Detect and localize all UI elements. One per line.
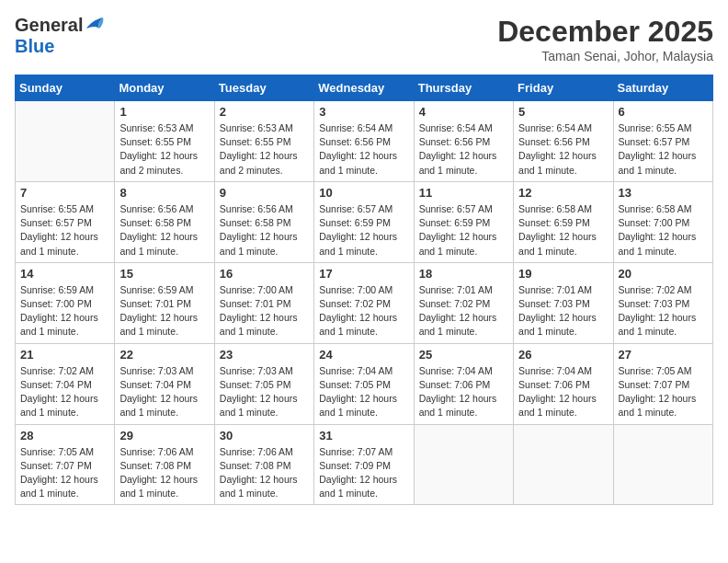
- day-detail: Sunrise: 6:54 AM Sunset: 6:56 PM Dayligh…: [319, 121, 408, 178]
- day-number: 9: [220, 186, 309, 200]
- logo-bird-icon: [85, 16, 105, 32]
- day-number: 30: [220, 429, 309, 442]
- day-detail: Sunrise: 7:05 AM Sunset: 7:07 PM Dayligh…: [619, 364, 708, 420]
- day-number: 21: [20, 348, 109, 362]
- calendar-cell: 1Sunrise: 6:53 AM Sunset: 6:55 PM Daylig…: [115, 101, 214, 182]
- title-area: December 2025 Taman Senai, Johor, Malays…: [497, 15, 713, 63]
- calendar-cell: 10Sunrise: 6:57 AM Sunset: 6:59 PM Dayli…: [314, 181, 414, 262]
- day-number: 3: [319, 105, 408, 119]
- day-detail: Sunrise: 7:01 AM Sunset: 7:02 PM Dayligh…: [419, 283, 508, 339]
- calendar-cell: [414, 424, 513, 505]
- calendar-header-row: SundayMondayTuesdayWednesdayThursdayFrid…: [16, 75, 713, 101]
- calendar-cell: 8Sunrise: 6:56 AM Sunset: 6:58 PM Daylig…: [115, 181, 214, 262]
- day-detail: Sunrise: 6:56 AM Sunset: 6:58 PM Dayligh…: [220, 202, 309, 259]
- day-detail: Sunrise: 6:55 AM Sunset: 6:57 PM Dayligh…: [619, 121, 708, 178]
- calendar-cell: 27Sunrise: 7:05 AM Sunset: 7:07 PM Dayli…: [613, 343, 712, 424]
- day-detail: Sunrise: 7:06 AM Sunset: 7:08 PM Dayligh…: [119, 445, 209, 501]
- day-number: 16: [220, 267, 309, 281]
- calendar-cell: 25Sunrise: 7:04 AM Sunset: 7:06 PM Dayli…: [414, 343, 513, 424]
- day-number: 18: [419, 267, 508, 281]
- calendar-cell: 15Sunrise: 6:59 AM Sunset: 7:01 PM Dayli…: [115, 262, 214, 343]
- calendar-cell: [613, 424, 712, 505]
- day-number: 12: [518, 186, 608, 200]
- month-title: December 2025: [497, 15, 713, 49]
- day-number: 14: [20, 267, 109, 281]
- day-number: 22: [119, 348, 209, 362]
- day-number: 10: [319, 186, 408, 200]
- day-detail: Sunrise: 7:07 AM Sunset: 7:09 PM Dayligh…: [319, 445, 408, 501]
- day-detail: Sunrise: 7:04 AM Sunset: 7:06 PM Dayligh…: [419, 364, 508, 420]
- calendar-cell: 30Sunrise: 7:06 AM Sunset: 7:08 PM Dayli…: [214, 424, 313, 505]
- calendar-cell: 23Sunrise: 7:03 AM Sunset: 7:05 PM Dayli…: [214, 343, 313, 424]
- calendar-cell: 9Sunrise: 6:56 AM Sunset: 6:58 PM Daylig…: [214, 181, 313, 262]
- calendar-cell: 21Sunrise: 7:02 AM Sunset: 7:04 PM Dayli…: [16, 343, 115, 424]
- day-detail: Sunrise: 7:06 AM Sunset: 7:08 PM Dayligh…: [220, 445, 309, 501]
- page-header: General Blue December 2025 Taman Senai, …: [15, 15, 713, 63]
- logo-general: General: [15, 15, 83, 36]
- calendar-cell: 19Sunrise: 7:01 AM Sunset: 7:03 PM Dayli…: [514, 262, 613, 343]
- day-header-tuesday: Tuesday: [214, 75, 313, 101]
- day-detail: Sunrise: 6:57 AM Sunset: 6:59 PM Dayligh…: [419, 202, 508, 259]
- day-detail: Sunrise: 6:55 AM Sunset: 6:57 PM Dayligh…: [20, 202, 109, 259]
- calendar-cell: 18Sunrise: 7:01 AM Sunset: 7:02 PM Dayli…: [414, 262, 513, 343]
- day-number: 19: [518, 267, 608, 281]
- calendar-cell: 24Sunrise: 7:04 AM Sunset: 7:05 PM Dayli…: [314, 343, 414, 424]
- calendar-cell: 22Sunrise: 7:03 AM Sunset: 7:04 PM Dayli…: [115, 343, 214, 424]
- calendar-cell: 2Sunrise: 6:53 AM Sunset: 6:55 PM Daylig…: [214, 101, 313, 182]
- day-number: 11: [419, 186, 508, 200]
- day-detail: Sunrise: 7:04 AM Sunset: 7:05 PM Dayligh…: [319, 364, 408, 420]
- day-number: 29: [119, 429, 209, 442]
- day-number: 13: [619, 186, 708, 200]
- day-number: 4: [419, 105, 508, 119]
- day-detail: Sunrise: 7:05 AM Sunset: 7:07 PM Dayligh…: [20, 445, 109, 501]
- day-detail: Sunrise: 7:04 AM Sunset: 7:06 PM Dayligh…: [518, 364, 608, 420]
- day-detail: Sunrise: 6:53 AM Sunset: 6:55 PM Dayligh…: [119, 121, 209, 178]
- calendar-cell: [16, 101, 115, 182]
- day-number: 23: [220, 348, 309, 362]
- calendar-cell: 5Sunrise: 6:54 AM Sunset: 6:56 PM Daylig…: [514, 101, 613, 182]
- calendar-week-5: 28Sunrise: 7:05 AM Sunset: 7:07 PM Dayli…: [16, 424, 713, 505]
- calendar-cell: 29Sunrise: 7:06 AM Sunset: 7:08 PM Dayli…: [115, 424, 214, 505]
- calendar-week-4: 21Sunrise: 7:02 AM Sunset: 7:04 PM Dayli…: [16, 343, 713, 424]
- day-detail: Sunrise: 7:03 AM Sunset: 7:05 PM Dayligh…: [220, 364, 309, 420]
- day-header-saturday: Saturday: [613, 75, 712, 101]
- day-detail: Sunrise: 6:54 AM Sunset: 6:56 PM Dayligh…: [518, 121, 608, 178]
- day-number: 20: [619, 267, 708, 281]
- day-detail: Sunrise: 7:00 AM Sunset: 7:01 PM Dayligh…: [220, 283, 309, 339]
- calendar-cell: 12Sunrise: 6:58 AM Sunset: 6:59 PM Dayli…: [514, 181, 613, 262]
- day-detail: Sunrise: 7:02 AM Sunset: 7:04 PM Dayligh…: [20, 364, 109, 420]
- calendar-week-2: 7Sunrise: 6:55 AM Sunset: 6:57 PM Daylig…: [16, 181, 713, 262]
- calendar-week-1: 1Sunrise: 6:53 AM Sunset: 6:55 PM Daylig…: [16, 101, 713, 182]
- calendar-cell: 3Sunrise: 6:54 AM Sunset: 6:56 PM Daylig…: [314, 101, 414, 182]
- logo-blue: Blue: [15, 36, 54, 56]
- calendar-cell: 7Sunrise: 6:55 AM Sunset: 6:57 PM Daylig…: [16, 181, 115, 262]
- day-header-friday: Friday: [514, 75, 613, 101]
- calendar-cell: 14Sunrise: 6:59 AM Sunset: 7:00 PM Dayli…: [16, 262, 115, 343]
- day-number: 2: [220, 105, 309, 119]
- day-detail: Sunrise: 7:03 AM Sunset: 7:04 PM Dayligh…: [119, 364, 209, 420]
- calendar-cell: 26Sunrise: 7:04 AM Sunset: 7:06 PM Dayli…: [514, 343, 613, 424]
- calendar-cell: 16Sunrise: 7:00 AM Sunset: 7:01 PM Dayli…: [214, 262, 313, 343]
- day-detail: Sunrise: 6:59 AM Sunset: 7:01 PM Dayligh…: [119, 283, 209, 339]
- calendar-cell: [514, 424, 613, 505]
- day-number: 24: [319, 348, 408, 362]
- calendar-cell: 31Sunrise: 7:07 AM Sunset: 7:09 PM Dayli…: [314, 424, 414, 505]
- calendar-cell: 11Sunrise: 6:57 AM Sunset: 6:59 PM Dayli…: [414, 181, 513, 262]
- day-header-sunday: Sunday: [16, 75, 115, 101]
- calendar-cell: 20Sunrise: 7:02 AM Sunset: 7:03 PM Dayli…: [613, 262, 712, 343]
- calendar-cell: 28Sunrise: 7:05 AM Sunset: 7:07 PM Dayli…: [16, 424, 115, 505]
- day-number: 17: [319, 267, 408, 281]
- calendar-week-3: 14Sunrise: 6:59 AM Sunset: 7:00 PM Dayli…: [16, 262, 713, 343]
- day-number: 5: [518, 105, 608, 119]
- day-detail: Sunrise: 6:59 AM Sunset: 7:00 PM Dayligh…: [20, 283, 109, 339]
- calendar-cell: 13Sunrise: 6:58 AM Sunset: 7:00 PM Dayli…: [613, 181, 712, 262]
- day-detail: Sunrise: 6:58 AM Sunset: 7:00 PM Dayligh…: [619, 202, 708, 259]
- day-number: 25: [419, 348, 508, 362]
- day-detail: Sunrise: 7:02 AM Sunset: 7:03 PM Dayligh…: [619, 283, 708, 339]
- location: Taman Senai, Johor, Malaysia: [497, 49, 713, 63]
- day-detail: Sunrise: 6:57 AM Sunset: 6:59 PM Dayligh…: [319, 202, 408, 259]
- day-header-thursday: Thursday: [414, 75, 513, 101]
- day-number: 28: [20, 429, 109, 442]
- calendar-cell: 6Sunrise: 6:55 AM Sunset: 6:57 PM Daylig…: [613, 101, 712, 182]
- day-number: 7: [20, 186, 109, 200]
